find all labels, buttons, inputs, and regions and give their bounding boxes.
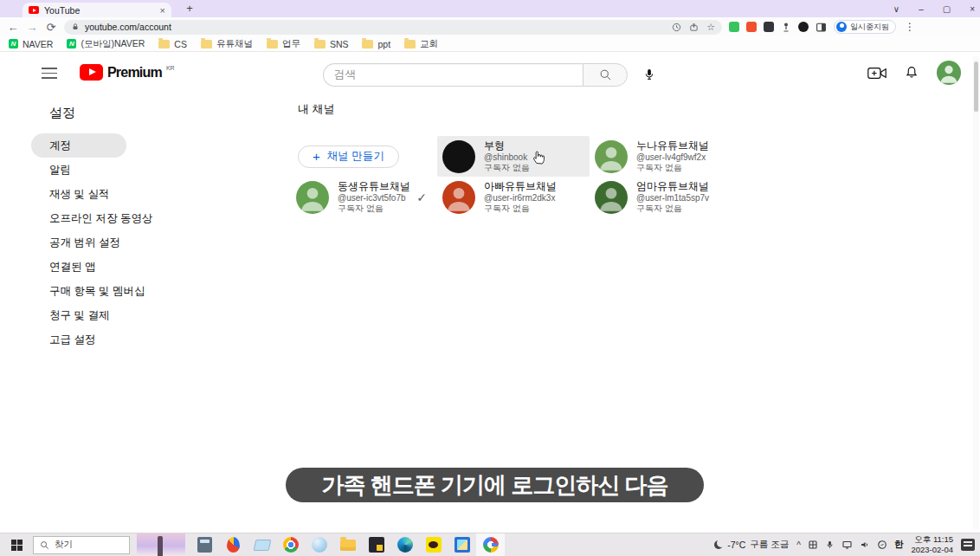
taskbar-edge-icon[interactable] (390, 533, 419, 556)
account-avatar[interactable] (937, 61, 961, 85)
weather-temp: -7°C (727, 540, 745, 550)
forward-button[interactable]: → (26, 21, 38, 34)
bookmark-folder-sns[interactable]: SNS (314, 39, 349, 49)
create-channel-cell: + 채널 만들기 (291, 136, 437, 177)
search-icon (599, 68, 612, 81)
extension-black-icon[interactable] (798, 22, 809, 32)
taskbar-calculator-icon[interactable] (190, 533, 219, 556)
channel-row-nuna[interactable]: 누나유튜브채널 @user-lv4gf9wf2x 구독자 없음 (590, 136, 737, 177)
window-minimize-button[interactable]: – (919, 4, 924, 14)
taskbar-search-box[interactable]: 찾기 (33, 536, 130, 554)
back-button[interactable]: ← (7, 21, 19, 34)
sidebar-item-advanced[interactable]: 고급 설정 (31, 327, 213, 352)
taskbar-file-explorer-icon[interactable] (333, 533, 362, 556)
sidebar-item-notifications[interactable]: 알림 (31, 158, 213, 182)
taskbar-notebook-icon[interactable] (248, 533, 276, 556)
create-video-button[interactable] (867, 66, 887, 81)
window-restore-button[interactable]: ▢ (943, 4, 951, 14)
tab-search-chevron-icon[interactable]: ∨ (893, 4, 899, 14)
bookmark-folder-cs[interactable]: CS (158, 39, 187, 49)
sidebar-item-playback[interactable]: 재생 및 실적 (31, 182, 213, 206)
new-tab-button[interactable]: + (182, 2, 197, 15)
person-icon (937, 61, 961, 85)
channel-row-buhyeong[interactable]: 부형 @shinbook 구독자 없음 (437, 136, 590, 177)
windows-taskbar: 찾기 -7°C 구름 조금 ^ (0, 533, 980, 556)
address-bar[interactable]: youtube.com/account ☆ (64, 20, 722, 35)
plus-icon: + (313, 150, 320, 163)
tray-display-icon[interactable] (841, 540, 853, 550)
page-scrollbar[interactable] (973, 56, 979, 529)
window-close-button[interactable]: × (970, 4, 975, 14)
news-weather-widget-image[interactable] (137, 533, 185, 556)
taskbar-alyac-icon[interactable] (219, 533, 248, 556)
bookmark-naver[interactable]: NNAVER (9, 39, 53, 49)
extension-dark-icon[interactable] (764, 22, 774, 32)
search-input[interactable] (334, 68, 572, 81)
notifications-bell-button[interactable] (904, 65, 919, 81)
reload-button[interactable]: ⟳ (45, 21, 57, 34)
bookmark-folder-work[interactable]: 업무 (267, 38, 300, 50)
tray-app-icon[interactable] (808, 540, 818, 550)
tray-sync-icon[interactable] (877, 540, 887, 550)
create-channel-button[interactable]: + 채널 만들기 (298, 145, 399, 168)
channel-row-appa[interactable]: 아빠유튜브채널 @user-ir6rm2dk3x 구독자 없음 (437, 177, 590, 217)
scrollbar-thumb[interactable] (974, 61, 978, 112)
youtube-favicon-icon (29, 6, 39, 14)
channel-avatar (296, 181, 329, 214)
bookmark-folder-ppt[interactable]: ppt (362, 39, 390, 49)
history-icon[interactable] (672, 23, 681, 32)
mic-icon (642, 68, 656, 81)
notification-center-icon[interactable] (961, 539, 975, 551)
bookmarks-bar: NNAVER N(모바일)NAVER CS 유튜채널 업무 SNS ppt 교회 (0, 36, 980, 52)
folder-icon (201, 40, 212, 48)
sidebar-item-purchases[interactable]: 구매 항목 및 멤버십 (31, 279, 213, 303)
extension-orange-icon[interactable] (746, 22, 757, 32)
browser-menu-button[interactable]: ⋮ (903, 21, 917, 33)
start-button[interactable] (0, 533, 33, 556)
taskbar-weather[interactable]: -7°C 구름 조금 (714, 539, 789, 551)
screen: YouTube × + ∨ – ▢ × ← → ⟳ youtube.com/ac… (0, 0, 980, 556)
share-icon[interactable] (689, 23, 699, 32)
bookmark-star-icon[interactable]: ☆ (706, 22, 715, 33)
taskbar-chrome-icon[interactable] (276, 533, 305, 556)
profile-avatar-icon (836, 22, 847, 32)
sidebar-title: 설정 (49, 105, 260, 121)
youtube-play-icon (80, 64, 103, 81)
channel-row-dongsaeng[interactable]: 동생유튜브채널 @user-ic3vt5fo7b 구독자 없음 ✓ (291, 177, 437, 217)
sidebar-item-account[interactable]: 계정 (31, 133, 126, 158)
browser-tab-youtube[interactable]: YouTube × (23, 3, 171, 17)
taskbar-kakaotalk-icon[interactable] (419, 533, 448, 556)
channel-row-eomma[interactable]: 엄마유튜브채널 @user-lm1ta5sp7v 구독자 없음 (590, 177, 737, 217)
taskbar-premiere-icon[interactable] (362, 533, 390, 556)
bookmark-folder-youtube-channel[interactable]: 유튜채널 (201, 38, 253, 50)
youtube-header: Premium KR (0, 53, 980, 94)
bookmark-folder-church[interactable]: 교회 (404, 38, 438, 50)
tray-expand-icon[interactable]: ^ (796, 540, 801, 550)
sidebar-item-billing[interactable]: 청구 및 결제 (31, 303, 213, 327)
tab-title: YouTube (44, 5, 155, 16)
tray-volume-icon[interactable] (860, 540, 870, 550)
sidebar-item-offline[interactable]: 오프라인 저장 동영상 (31, 206, 213, 230)
browser-profile-button[interactable]: 일시중지됨 (834, 20, 896, 34)
taskbar-clock[interactable]: 오후 11:15 2023-02-04 (911, 534, 953, 555)
side-panel-icon[interactable] (816, 22, 827, 33)
taskbar-nateon-icon[interactable] (305, 533, 333, 556)
youtube-premium-logo[interactable]: Premium KR (80, 64, 175, 81)
channel-avatar (442, 181, 475, 214)
capture-tool-icon[interactable] (781, 22, 791, 32)
tray-mic-icon[interactable] (825, 540, 835, 550)
channel-grid: + 채널 만들기 부형 @shinbook 구독자 없음 (291, 136, 828, 217)
sidebar-item-connected-apps[interactable]: 연결된 앱 (31, 255, 213, 279)
extension-green-icon[interactable] (729, 22, 739, 32)
sidebar-item-privacy[interactable]: 공개 범위 설정 (31, 230, 213, 255)
tab-close-icon[interactable]: × (160, 5, 165, 16)
voice-search-button[interactable] (636, 61, 662, 87)
taskbar-photos-icon[interactable] (448, 533, 476, 556)
ime-indicator[interactable]: 한 (894, 539, 904, 551)
folder-icon (314, 40, 326, 48)
search-button[interactable] (583, 63, 628, 87)
bookmark-mobile-naver[interactable]: N(모바일)NAVER (67, 38, 145, 50)
taskbar-google-icon[interactable] (476, 533, 505, 556)
hamburger-menu-icon[interactable] (42, 68, 57, 79)
time-text: 오후 11:15 (911, 534, 953, 545)
